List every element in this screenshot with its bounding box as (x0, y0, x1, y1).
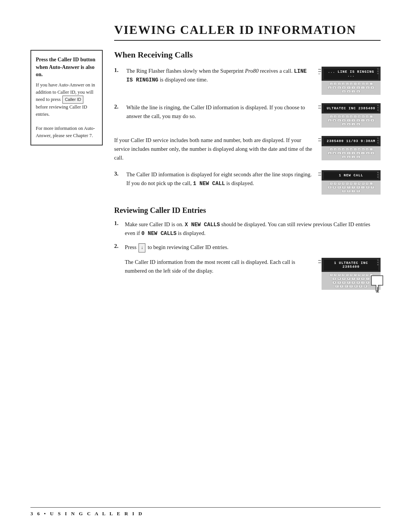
screen3-text: 2385400 11/03 9:30AM (327, 139, 375, 143)
step-2-text-block: While the line is ringing, the Caller ID… (126, 103, 313, 123)
key-dash: - (370, 82, 373, 85)
key-6: 6 (349, 82, 353, 85)
key-8: 8 (357, 82, 361, 85)
para-row-1: If your Caller ID service includes both … (114, 136, 381, 163)
screen5-text: 1 ULTRATEC INC 2385400 (326, 261, 376, 269)
key-1: 1 (330, 82, 333, 85)
key-k: K (356, 90, 360, 93)
device-5-screen-area: 1 ULTRATEC INC 2385400 (322, 258, 381, 272)
key-5: 5 (346, 82, 349, 85)
sidebar-text-2: before reviewing Caller ID entries. (36, 104, 87, 117)
arrow-button: ↓ (139, 243, 145, 252)
svg-marker-0 (371, 276, 383, 291)
key-h: H (347, 90, 351, 93)
para-text-1: If your Caller ID service includes both … (114, 136, 313, 163)
rev-step1-m1: X NEW CALLS (185, 222, 220, 228)
step1-text-1: The Ring Flasher flashes slowly when the… (126, 68, 245, 74)
key-e: E (337, 86, 341, 89)
step-2-content: While the line is ringing, the Caller ID… (126, 103, 381, 128)
para-text-2: The Caller ID information from the most … (125, 258, 313, 275)
device-5-wrap: 1 ULTRATEC INC 2385400 1 2 3 4 (320, 258, 381, 290)
key-3: 3 (338, 82, 341, 85)
key-i: I (361, 86, 365, 89)
device-1-keyboard: 1 2 3 4 5 6 7 8 9 (322, 81, 381, 95)
screen2-text: ULTRATEC INC 2385400 (327, 107, 375, 110)
step-3-content: The Caller ID information is displayed f… (126, 170, 381, 195)
page-title: VIEWING CALLER ID INFORMATION (114, 23, 381, 41)
device-2-wrap: ULTRATEC INC 2385400 1 2 3 4 (320, 103, 381, 128)
key-r: R (342, 86, 346, 89)
reviewing-step-2: 2. Press ↓ to begin reviewing Caller ID … (114, 243, 381, 252)
caller-id-badge: Caller ID (62, 96, 83, 104)
footer: 3 6 • U S I N G C A L L E R I D (30, 507, 381, 517)
sidebar-box-title: Press the Caller ID button when Auto-Ans… (36, 56, 97, 78)
device-3-wrap: 2385400 11/03 9:30AM 1 2 3 4 5 (320, 136, 381, 160)
step-1-text-block: The Ring Flasher flashes slowly when the… (126, 67, 313, 87)
hand-arrow-icon (368, 274, 387, 293)
device-3-keyboard: 1 2 3 4 5 6 7 8 9 0 (322, 146, 381, 160)
step-2-text: While the line is ringing, the Caller ID… (126, 103, 313, 121)
step-2: 2. While the line is ringing, the Caller… (114, 103, 381, 128)
rev-step2-t1: Press (125, 244, 137, 250)
device-2-screen: ULTRATEC INC 2385400 (324, 105, 378, 112)
para-row-2: The Caller ID information from the most … (125, 258, 381, 290)
device-5-with-hand: 1 ULTRATEC INC 2385400 1 2 3 4 (322, 258, 381, 290)
device-3-screen: 2385400 11/03 9:30AM (324, 138, 378, 145)
step1-italic: Pro80 (245, 68, 259, 74)
step-1-row: The Ring Flasher flashes slowly when the… (126, 67, 381, 95)
device-4-screen-area: 1 NEW CALL (322, 170, 381, 181)
content: When Receiving Calls 1. The Ring Flasher… (114, 50, 381, 297)
step-2-row: While the line is ringing, the Caller ID… (126, 103, 381, 128)
device-1-screen: ... LINE IS RINGING ... (324, 69, 378, 79)
device-1-screen-area: ... LINE IS RINGING ... (322, 67, 381, 81)
device-1-wrap: ... LINE IS RINGING ... 1 2 3 4 (320, 67, 381, 95)
sidebar-box: Press the Caller ID button when Auto-Ans… (30, 50, 103, 145)
step3-text-2: is displayed. (225, 180, 254, 186)
step-2-number: 2. (114, 104, 121, 110)
section-reviewing: Reviewing Caller ID Entries (114, 206, 381, 215)
sidebar: Press the Caller ID button when Auto-Ans… (30, 50, 103, 297)
key-g: G (342, 90, 346, 93)
rev-step1-m2: 0 NEW CALLS (141, 230, 176, 236)
key-row-g: G H J K (323, 90, 379, 93)
device-3: 2385400 11/03 9:30AM 1 2 3 4 5 (322, 136, 381, 160)
rev-step1-t3: is displayed. (178, 230, 206, 236)
key-0: 0 (365, 82, 369, 85)
device-4-screen: 1 NEW CALL (324, 172, 378, 179)
device-2-screen-area: ULTRATEC INC 2385400 (322, 103, 381, 113)
key-j: J (351, 90, 355, 93)
key-row-num: 1 2 3 4 5 6 7 8 9 (323, 82, 379, 85)
step-1-text: The Ring Flasher flashes slowly when the… (126, 67, 313, 85)
device-5-screen: 1 ULTRATEC INC 2385400 (324, 260, 378, 270)
key-7: 7 (354, 82, 357, 85)
key-9: 9 (362, 82, 365, 85)
sidebar-text-3: For more information on Auto-Answer, ple… (36, 126, 95, 138)
section-when-receiving: When Receiving Calls (114, 50, 381, 60)
rev-step1-t1: Make sure Caller ID is on. (125, 221, 183, 227)
device-1: ... LINE IS RINGING ... 1 2 3 4 (322, 67, 381, 95)
device-4-wrap: 1 NEW CALL 1 2 3 4 (320, 170, 381, 195)
key-w: W (332, 86, 336, 89)
step-3-number: 3. (114, 171, 121, 177)
device-4: 1 NEW CALL 1 2 3 4 (322, 170, 381, 195)
device-4-keyboard: 1 2 3 4 5 6 7 8 9 (322, 181, 381, 195)
key-row-q: Q W E R T Y U I O (323, 86, 379, 89)
reviewing-step-1: 1. Make sure Caller ID is on. X NEW CALL… (114, 220, 381, 238)
step-3-row: The Caller ID information is displayed f… (126, 170, 381, 195)
step-1: 1. The Ring Flasher flashes slowly when … (114, 67, 381, 95)
key-4: 4 (341, 82, 345, 85)
device-2-keyboard: 1 2 3 4 5 6 7 8 9 (322, 113, 381, 128)
step-1-number: 1. (114, 67, 121, 73)
key-row-num-2: 1 2 3 4 5 6 7 8 9 (323, 115, 379, 118)
reviewing-step-2-text: Press ↓ to begin reviewing Caller ID ent… (125, 243, 228, 252)
step-3-text: The Caller ID information is displayed f… (126, 170, 313, 188)
key-p: P (370, 86, 374, 89)
key-u: U (356, 86, 360, 89)
step-3: 3. The Caller ID information is displaye… (114, 170, 381, 195)
key-y: Y (351, 86, 355, 89)
sidebar-box-body: If you have Auto-Answer on in addition t… (36, 81, 97, 139)
reviewing-step-2-num: 2. (114, 243, 120, 252)
key-row-q-2: Q W E R T Y U I O (323, 119, 379, 122)
key-o: O (366, 86, 370, 89)
rev-step2-t2: to begin reviewing Caller ID entries. (148, 244, 229, 250)
